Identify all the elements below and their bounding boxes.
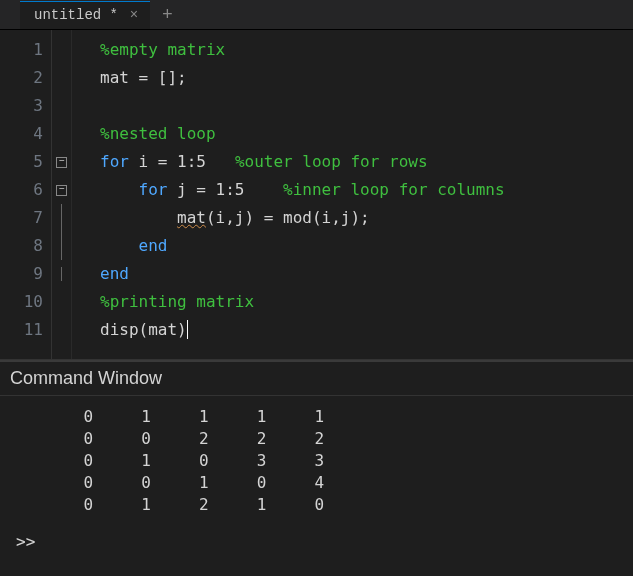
fold-guide bbox=[61, 267, 62, 281]
code-line[interactable]: %empty matrix bbox=[100, 36, 505, 64]
code-editor[interactable]: 1234567891011 −− %empty matrixmat = []; … bbox=[0, 30, 633, 360]
code-line[interactable]: end bbox=[100, 232, 505, 260]
code-line[interactable]: mat = []; bbox=[100, 64, 505, 92]
code-area[interactable]: %empty matrixmat = []; %nested loopfor i… bbox=[72, 30, 505, 359]
code-line[interactable]: for i = 1:5 %outer loop for rows bbox=[100, 148, 505, 176]
line-number: 11 bbox=[0, 316, 51, 344]
editor-tab[interactable]: untitled * × bbox=[20, 1, 150, 29]
code-line[interactable]: end bbox=[100, 260, 505, 288]
tab-title: untitled * bbox=[34, 7, 118, 23]
code-line[interactable]: mat(i,j) = mod(i,j); bbox=[100, 204, 505, 232]
line-number: 4 bbox=[0, 120, 51, 148]
line-number: 2 bbox=[0, 64, 51, 92]
line-number: 1 bbox=[0, 36, 51, 64]
add-tab-button[interactable]: + bbox=[150, 5, 185, 25]
line-number-gutter: 1234567891011 bbox=[0, 30, 52, 359]
line-number: 3 bbox=[0, 92, 51, 120]
fold-column: −− bbox=[52, 30, 72, 359]
code-line[interactable]: %nested loop bbox=[100, 120, 505, 148]
command-window: Command Window 0 1 1 1 1 0 0 2 2 2 0 1 0… bbox=[0, 360, 633, 559]
fold-toggle-icon[interactable]: − bbox=[56, 185, 67, 196]
fold-toggle-icon[interactable]: − bbox=[56, 157, 67, 168]
line-number: 5 bbox=[0, 148, 51, 176]
code-line[interactable] bbox=[100, 92, 505, 120]
code-line[interactable]: for j = 1:5 %inner loop for columns bbox=[100, 176, 505, 204]
command-prompt[interactable]: >> bbox=[0, 524, 633, 559]
line-number: 10 bbox=[0, 288, 51, 316]
tab-bar: untitled * × + bbox=[0, 0, 633, 30]
line-number: 6 bbox=[0, 176, 51, 204]
line-number: 7 bbox=[0, 204, 51, 232]
line-number: 9 bbox=[0, 260, 51, 288]
fold-guide bbox=[61, 232, 62, 260]
command-window-output: 0 1 1 1 1 0 0 2 2 2 0 1 0 3 3 0 0 1 0 4 … bbox=[0, 396, 633, 524]
command-window-title: Command Window bbox=[0, 362, 633, 396]
close-icon[interactable]: × bbox=[126, 7, 142, 23]
fold-guide bbox=[61, 204, 62, 232]
text-cursor bbox=[187, 320, 188, 339]
line-number: 8 bbox=[0, 232, 51, 260]
code-line[interactable]: disp(mat) bbox=[100, 316, 505, 344]
code-line[interactable]: %printing matrix bbox=[100, 288, 505, 316]
